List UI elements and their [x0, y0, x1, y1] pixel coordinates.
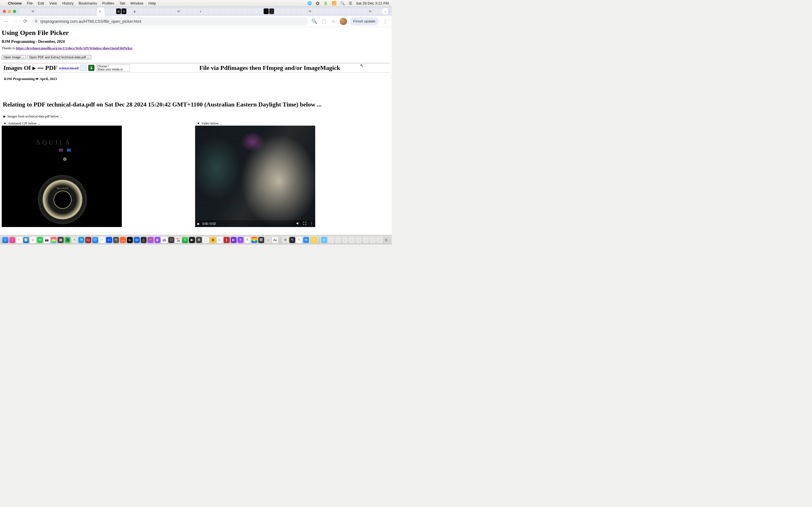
background-tab[interactable]: ꓤ [116, 8, 121, 14]
photos-icon[interactable]: ✿ [51, 237, 57, 243]
window-close-button[interactable] [3, 10, 6, 13]
background-tab[interactable]: · [286, 8, 290, 14]
background-tab[interactable]: · [204, 8, 208, 14]
install-icon[interactable]: ⬚ [320, 18, 327, 25]
video-more-button[interactable]: ⋮ [310, 221, 313, 226]
spotify-icon[interactable]: 𝄞 [182, 237, 188, 243]
background-tab[interactable]: · [165, 8, 170, 14]
safari-icon[interactable]: 🧭 [23, 237, 29, 243]
photobooth-icon[interactable]: 📷 [44, 237, 50, 243]
video-play-button[interactable]: ▶ [197, 222, 200, 226]
finish-update-button[interactable]: Finish update [350, 17, 378, 25]
launchpad-icon[interactable]: ▦ [57, 237, 64, 243]
automator-app-icon[interactable]: ⚙ [282, 237, 289, 243]
xcode-icon[interactable]: ⚒ [79, 237, 85, 243]
battery-icon[interactable]: 🔋 [323, 1, 328, 5]
details-images[interactable]: ▶ Images from technical-data.pdf below .… [3, 114, 390, 119]
swift-icon[interactable]: ◎ [30, 237, 36, 243]
open-image-button[interactable]: Open Image ... [2, 55, 26, 59]
facetime-icon[interactable]: 🎥 [64, 237, 71, 243]
pinned-tab[interactable]: · [91, 8, 95, 14]
details-video[interactable]: ▼ Video below ... [197, 121, 315, 126]
background-tab[interactable]: · [220, 8, 225, 14]
background-tab[interactable]: · [236, 8, 241, 14]
background-tab[interactable]: · [357, 8, 361, 14]
bookmark-star-icon[interactable]: ☆ [330, 18, 337, 25]
background-tab[interactable]: · [340, 8, 345, 14]
spotlight-icon[interactable]: 🔍 [340, 1, 345, 5]
word-icon[interactable]: W [134, 237, 140, 243]
menu-window[interactable]: Window [130, 1, 143, 5]
background-tab[interactable]: · [280, 8, 285, 14]
parallels-icon[interactable]: ∥ [223, 237, 230, 243]
background-tab[interactable]: · [154, 8, 159, 14]
xcode-sim-icon[interactable]: ☐ [168, 237, 174, 243]
menu-bookmarks[interactable]: Bookmarks [79, 1, 97, 5]
input-menu-icon[interactable]: 🌐 [307, 1, 312, 5]
pinned-tab[interactable]: · [63, 8, 68, 14]
eclipse-icon[interactable]: ◐ [231, 237, 237, 243]
tv-icon[interactable]: tv [127, 237, 133, 243]
mail-icon[interactable]: ✉ [303, 237, 309, 243]
background-tab[interactable]: · [297, 8, 301, 14]
background-tab[interactable]: · [351, 8, 356, 14]
background-tab[interactable]: · [149, 8, 154, 14]
menu-file[interactable]: File [27, 1, 33, 5]
background-tab[interactable]: · [274, 8, 280, 14]
doc-thumb-icon[interactable]: · [370, 237, 376, 243]
pinned-tab[interactable]: · [47, 8, 52, 14]
menu-edit[interactable]: Edit [38, 1, 44, 5]
pinned-tab[interactable]: · [85, 8, 90, 14]
pinned-tab[interactable]: · [69, 8, 73, 14]
finder-icon[interactable]: ☺ [2, 237, 8, 243]
background-tab[interactable]: · [346, 8, 351, 14]
menubar-clock[interactable]: Sat 28 Dec 3:21 PM [356, 1, 389, 5]
background-tab[interactable]: · [269, 8, 274, 14]
active-tab[interactable]: × [97, 7, 105, 16]
open-pdf-extract-button[interactable]: Open PDF and Extract technical-data.pdf … [28, 55, 91, 59]
close-tab-icon[interactable]: × [99, 9, 101, 14]
background-tab[interactable]: · [253, 8, 258, 14]
background-tab[interactable]: · [324, 8, 329, 14]
appstore-icon[interactable]: Ⓐ [92, 237, 98, 243]
forward-button[interactable]: → [12, 18, 19, 25]
downloads-folder-icon[interactable]: ⬇ [321, 237, 327, 243]
background-tab[interactable]: · [127, 8, 132, 14]
zoom-icon[interactable]: ▭ [106, 237, 112, 243]
reload-button[interactable]: ⟳ [22, 18, 29, 25]
trash-icon[interactable]: 🗑 [384, 237, 390, 243]
background-tab[interactable]: · [225, 8, 231, 14]
profile-avatar[interactable] [340, 18, 347, 25]
details-gif[interactable]: ▼ Animated GIF below ... [3, 121, 122, 126]
background-tab[interactable]: · [335, 8, 340, 14]
wifi-icon[interactable]: 📶 [332, 1, 336, 5]
window-minimize-button[interactable] [8, 10, 11, 13]
address-bar[interactable]: 🎚 rjmprogramming.com.au/HTMLCSS/file_ope… [32, 17, 308, 25]
download-icon[interactable] [88, 65, 94, 71]
vlc-icon[interactable]: △ [141, 237, 147, 243]
background-tab[interactable]: · [160, 8, 165, 14]
stage-icon[interactable]: ✦ [238, 237, 244, 243]
document-icon[interactable]: 📄 [80, 65, 87, 71]
technical-data-link[interactable]: technical-data.pdf [59, 66, 79, 69]
gimp-icon[interactable]: 🐺 [258, 237, 264, 243]
background-tab[interactable]: · [144, 8, 148, 14]
background-tab[interactable]: · [231, 8, 236, 14]
audiomidi-icon[interactable]: ♫ [265, 237, 271, 243]
playback-icon[interactable]: ⏻ [316, 1, 319, 5]
textedit-icon[interactable]: ✎ [71, 237, 78, 243]
doc-thumb-icon[interactable]: · [363, 237, 369, 243]
doc-thumb-icon[interactable]: · [328, 237, 334, 243]
textmate-icon[interactable]: ✎ [289, 237, 296, 243]
background-tab[interactable]: · [182, 8, 186, 14]
pinned-tab[interactable]: · [25, 8, 30, 14]
background-tab[interactable]: e [198, 8, 203, 14]
control-center-icon[interactable]: ☰ [349, 1, 352, 5]
background-tab[interactable]: · [214, 8, 219, 14]
video-fullscreen-button[interactable] [303, 221, 307, 226]
pinned-tab[interactable]: · [42, 8, 46, 14]
font-icon[interactable]: Aa [272, 237, 278, 243]
menu-history[interactable]: History [62, 1, 73, 5]
background-tab[interactable]: · [362, 8, 367, 14]
doc-thumb-icon[interactable]: · [349, 237, 355, 243]
